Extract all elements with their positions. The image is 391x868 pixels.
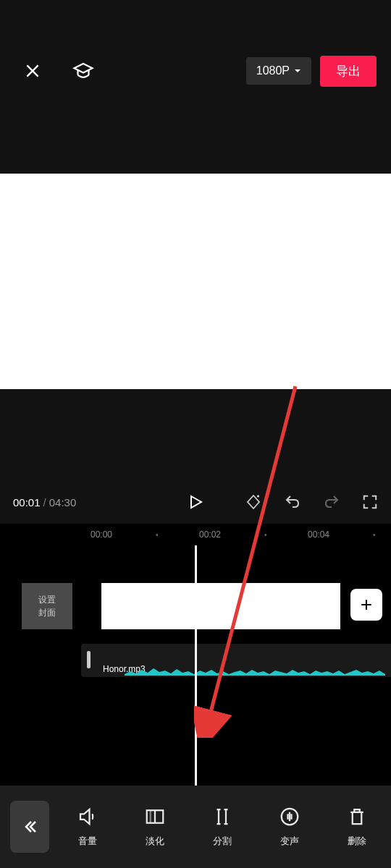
audio-clip[interactable]: Honor.mp3 — [81, 644, 391, 677]
delete-tool[interactable]: 删除 — [324, 806, 391, 848]
audio-handle[interactable] — [87, 651, 91, 668]
volume-icon — [77, 806, 98, 827]
add-clip-button[interactable]: + — [350, 589, 382, 621]
ruler-dot: • — [156, 531, 159, 539]
redo-icon[interactable] — [323, 493, 340, 511]
tutorial-icon[interactable] — [72, 60, 94, 82]
bottom-toolbar: 音量 淡化 分割 变声 删除 — [0, 786, 391, 868]
delete-icon — [346, 806, 368, 827]
resolution-button[interactable]: 1080P — [246, 57, 311, 85]
set-cover-button[interactable]: 设置 封面 — [22, 583, 72, 629]
fullscreen-icon[interactable] — [362, 494, 378, 510]
voicechange-icon — [279, 806, 300, 827]
resolution-label: 1080P — [256, 64, 290, 77]
fade-tool[interactable]: 淡化 — [121, 806, 188, 848]
split-label: 分割 — [213, 835, 232, 848]
keyframe-icon[interactable] — [245, 493, 262, 511]
ruler-dot: • — [264, 531, 267, 539]
ruler-dot: • — [373, 531, 376, 539]
undo-icon[interactable] — [284, 493, 301, 511]
close-icon[interactable] — [23, 61, 42, 80]
ruler-tick: 00:00 — [91, 529, 112, 540]
control-right — [245, 493, 378, 511]
ruler-tick: 00:04 — [308, 529, 329, 540]
time-separator: / — [43, 496, 46, 509]
audio-waveform — [125, 664, 385, 676]
voicechange-label: 变声 — [280, 835, 299, 848]
time-duration: 04:30 — [49, 496, 77, 509]
split-icon — [211, 806, 233, 827]
plus-icon: + — [361, 593, 372, 616]
export-button[interactable]: 导出 — [320, 56, 377, 87]
fade-icon — [144, 806, 166, 827]
export-label: 导出 — [336, 64, 361, 78]
play-icon[interactable] — [187, 493, 204, 511]
header-area: 1080P 导出 — [0, 0, 391, 174]
ruler-tick: 00:02 — [199, 529, 221, 540]
fade-label: 淡化 — [146, 835, 164, 848]
video-preview[interactable] — [0, 174, 391, 389]
split-tool[interactable]: 分割 — [188, 806, 256, 848]
cover-label-1: 设置 — [38, 593, 56, 606]
header-right: 1080P 导出 — [246, 56, 377, 87]
control-bar: 00:01 / 04:30 — [0, 493, 391, 511]
playback-controls-area: 00:01 / 04:30 — [0, 389, 391, 524]
video-clip[interactable] — [101, 583, 340, 629]
voicechange-tool[interactable]: 变声 — [256, 806, 324, 848]
cover-label-2: 封面 — [38, 606, 56, 619]
volume-tool[interactable]: 音量 — [54, 806, 121, 848]
volume-label: 音量 — [78, 835, 97, 848]
playhead[interactable] — [195, 545, 197, 786]
timeline-area[interactable]: 00:00 • 00:02 • 00:04 • 设置 封面 + Honor.mp… — [0, 524, 391, 786]
time-current: 00:01 — [13, 496, 41, 509]
collapse-toolbar-button[interactable] — [10, 801, 49, 853]
delete-label: 删除 — [348, 835, 366, 848]
time-ruler[interactable]: 00:00 • 00:02 • 00:04 • — [0, 524, 391, 545]
header-bar: 1080P 导出 — [0, 56, 391, 85]
chevron-down-icon — [294, 67, 301, 75]
